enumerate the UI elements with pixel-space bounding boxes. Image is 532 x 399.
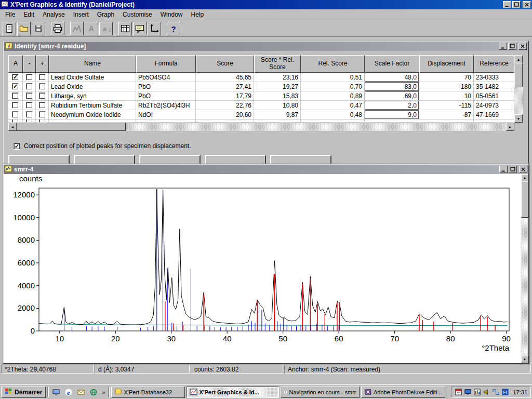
scroll-up-button[interactable]: ▲ — [514, 55, 523, 63]
plus-checkbox[interactable] — [39, 83, 46, 90]
xrd-chart[interactable]: counts0200040006000800010000120001020304… — [4, 174, 521, 363]
plus-checkbox[interactable] — [39, 111, 46, 118]
table-row[interactable]: Litharge, synPbO17,7915,830,8969,01005-0… — [8, 91, 514, 101]
plus-checkbox[interactable] — [39, 92, 46, 99]
scan-maximize-button[interactable] — [509, 166, 517, 173]
minus-checkbox[interactable] — [26, 74, 33, 81]
column-header-name[interactable]: Name — [49, 55, 136, 73]
table-row[interactable]: ✓Lead Oxide SulfatePb5O4SO445,6523,160,5… — [8, 73, 514, 82]
scroll-thumb[interactable] — [514, 63, 523, 87]
column-header--[interactable]: - — [23, 55, 36, 73]
plus-checkbox[interactable] — [39, 102, 46, 109]
scan-titlebar[interactable]: smrr-4 — [4, 165, 528, 174]
column-header-score-rel-score[interactable]: Score * Rel. Score — [254, 55, 301, 73]
table-row[interactable]: Rubidium Terbium SulfateRb2Tb2(SO4)4l3H2… — [8, 101, 514, 110]
new-document-button[interactable] — [3, 22, 16, 35]
clock[interactable]: 17:31 — [511, 389, 527, 395]
cell-scale_factor[interactable]: 83,0 — [365, 82, 419, 91]
column-header-formula[interactable]: Formula — [136, 55, 196, 73]
app-maximize-button[interactable] — [512, 1, 521, 8]
menu-analyse[interactable]: Analyse — [38, 10, 69, 19]
label-button[interactable]: a2 — [99, 22, 113, 35]
selected-checkbox[interactable]: ✓ — [12, 74, 19, 81]
task-button-1[interactable]: X'Pert-Database32 — [111, 387, 185, 398]
app-titlebar[interactable]: X'Pert Graphics & Identify (Daniel/Proje… — [0, 0, 532, 9]
selected-checkbox[interactable] — [12, 111, 19, 118]
identify-titlebar[interactable]: Identify [smrr-4 residue] — [4, 42, 528, 51]
quick-launch-show-desktop-icon[interactable] — [50, 387, 62, 398]
column-header-reference[interactable]: Reference — [474, 55, 514, 73]
tray-language-icon[interactable]: Fr — [501, 388, 509, 396]
column-header-scale-factor[interactable]: Scale Factor — [365, 55, 419, 73]
selected-checkbox[interactable]: ✓ — [12, 83, 19, 90]
tray-network-icon[interactable] — [492, 388, 500, 396]
plus-checkbox[interactable] — [39, 74, 46, 81]
column-header--[interactable]: + — [36, 55, 49, 73]
insert-pattern-button[interactable] — [70, 22, 84, 35]
open-button[interactable] — [17, 22, 31, 35]
menu-help[interactable]: Help — [187, 10, 208, 19]
task-button-3[interactable]: eNavigation en cours - smrr — [281, 387, 360, 398]
cell-scale_factor[interactable]: 9,0 — [365, 110, 419, 119]
table-button[interactable] — [118, 22, 132, 35]
quick-launch-channels-icon[interactable] — [88, 387, 99, 398]
task-button-4[interactable]: Adobe PhotoDeluxe Editi... — [361, 387, 445, 398]
column-header-score[interactable]: Score — [196, 55, 254, 73]
scroll-track[interactable] — [521, 181, 528, 356]
menu-customise[interactable]: Customise — [118, 10, 156, 19]
column-header-displacement[interactable]: Displacement — [419, 55, 474, 73]
scan-minimize-button[interactable] — [499, 166, 508, 173]
selected-checkbox[interactable] — [12, 102, 19, 109]
scroll-track[interactable] — [17, 123, 506, 131]
tray-volume-icon[interactable] — [483, 388, 490, 396]
scan-close-button[interactable] — [519, 166, 527, 173]
cell-scale_factor[interactable]: 48,0 — [365, 73, 419, 82]
tray-display-icon[interactable] — [464, 388, 472, 396]
quick-launch-overflow-chevron[interactable]: » — [101, 389, 106, 395]
menu-graph[interactable]: Graph — [93, 10, 118, 19]
tray-schedule-icon[interactable] — [455, 388, 462, 396]
menu-file[interactable]: File — [1, 10, 19, 19]
quick-launch-internet-explorer-icon[interactable]: e — [63, 387, 74, 398]
table-horizontal-scrollbar[interactable]: ◄► — [8, 123, 514, 131]
column-header-rel-score[interactable]: Rel. Score — [301, 55, 365, 73]
menu-edit[interactable]: Edit — [19, 10, 38, 19]
print-button[interactable] — [51, 22, 64, 35]
help-button[interactable]: ? — [167, 22, 180, 35]
save-button[interactable] — [32, 22, 45, 35]
scroll-down-button[interactable]: ▼ — [521, 356, 528, 363]
font-button[interactable]: A — [85, 22, 98, 35]
tray-graph-icon[interactable] — [473, 388, 481, 396]
selected-checkbox[interactable] — [12, 92, 19, 99]
table-row[interactable]: ✓Lead OxidePbO27,4119,270,7083,0-18035-1… — [8, 82, 514, 91]
app-close-button[interactable] — [523, 1, 531, 8]
quick-launch-outlook-express-icon[interactable] — [75, 387, 87, 398]
identify-close-button[interactable] — [518, 43, 527, 50]
scroll-track[interactable] — [514, 63, 523, 114]
task-button-2[interactable]: X'Pert Graphics & Id... — [187, 387, 279, 398]
table-vertical-scrollbar[interactable]: ▲▼ — [514, 55, 523, 123]
table-row[interactable]: Neodymium Oxide IodideNdOI20,609,870,489… — [8, 110, 514, 119]
identify-maximize-button[interactable] — [508, 43, 516, 50]
minus-checkbox[interactable] — [26, 111, 33, 118]
cell-scale_factor[interactable]: 69,0 — [365, 91, 419, 101]
identify-minimize-button[interactable] — [499, 43, 507, 50]
app-minimize-button[interactable] — [503, 1, 511, 8]
column-header-a[interactable]: A — [8, 55, 23, 73]
scroll-left-button[interactable]: ◄ — [8, 123, 17, 131]
scroll-down-button[interactable]: ▼ — [514, 114, 523, 123]
minus-checkbox[interactable] — [26, 92, 33, 99]
start-button[interactable]: Démarrer — [1, 387, 46, 398]
scroll-right-button[interactable]: ► — [506, 123, 514, 131]
menu-insert[interactable]: Insert — [69, 10, 93, 19]
annotation-button[interactable] — [133, 22, 147, 35]
minus-checkbox[interactable] — [26, 83, 33, 90]
axes-button[interactable] — [148, 22, 161, 35]
menu-window[interactable]: Window — [156, 10, 187, 19]
scroll-up-button[interactable]: ▲ — [521, 174, 528, 181]
chart-vertical-scrollbar[interactable]: ▲▼ — [521, 174, 528, 363]
scroll-thumb[interactable] — [521, 181, 528, 218]
scroll-thumb[interactable] — [17, 123, 126, 131]
minus-checkbox[interactable] — [26, 102, 33, 109]
cell-scale_factor[interactable]: 2,0 — [365, 101, 419, 110]
